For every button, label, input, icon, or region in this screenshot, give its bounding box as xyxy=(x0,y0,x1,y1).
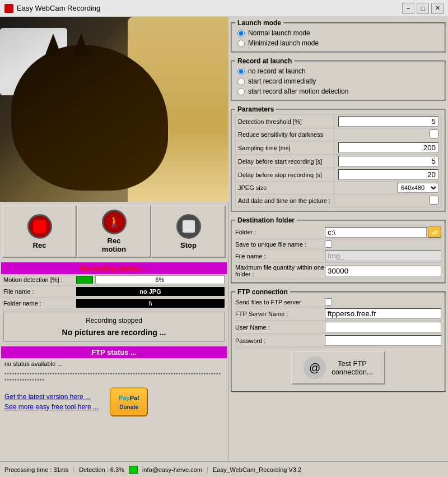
cat-ear-left xyxy=(45,34,62,56)
webcam-preview xyxy=(0,17,228,202)
datetime-checkbox[interactable] xyxy=(430,196,438,205)
minimized-launch-row: Minimized launch mode xyxy=(235,38,441,48)
normal-launch-radio[interactable] xyxy=(237,30,245,37)
file-name-input-row: File name : xyxy=(235,249,441,263)
max-files-label: Maximum file quantity within one folder … xyxy=(235,264,325,277)
minimize-button[interactable]: − xyxy=(402,3,414,14)
ftp-connection-title: FTP connection xyxy=(235,288,290,296)
file-name-value: no JPG xyxy=(76,287,225,296)
person-icon: 🚶 xyxy=(108,216,120,228)
status-bar: Processing time : 31ms | Detection : 6.3… xyxy=(0,461,448,477)
test-ftp-button[interactable]: @ Test FTPconnection... xyxy=(291,351,385,385)
test-ftp-label: Test FTPconnection... xyxy=(332,359,373,376)
folder-name-row: Folder name : \\ xyxy=(1,298,227,309)
green-status-indicator xyxy=(129,466,138,474)
delay-start-input[interactable] xyxy=(338,156,438,166)
folder-path-row: Folder : 📁 xyxy=(235,225,441,239)
recording-status-header: Recording status ... xyxy=(1,262,227,274)
delay-stop-input[interactable] xyxy=(338,169,438,180)
param-row-delay-start: Delay before start recording [s] xyxy=(236,155,441,168)
launch-mode-title: Launch mode xyxy=(235,19,283,27)
start-record-label: start record immediatly xyxy=(248,77,316,85)
folder-browse-button[interactable]: 📁 xyxy=(428,226,441,238)
ftp-username-input[interactable] xyxy=(325,322,441,332)
normal-launch-label: Normal launch mode xyxy=(248,29,310,37)
app-title: Easy WebCam Recording xyxy=(17,4,402,12)
motion-detection-row: Motion detection [%] : 6% xyxy=(1,274,227,286)
webcam-image xyxy=(0,17,228,202)
threshold-input[interactable] xyxy=(338,116,438,127)
param-label-datetime: Add date and time on the picture : xyxy=(236,194,334,207)
title-bar: Easy WebCam Recording − □ ✕ xyxy=(0,0,448,17)
rec-label: Rec xyxy=(33,241,46,249)
start-record-motion-label: start record after motion detection xyxy=(248,87,348,95)
motion-icon: 🚶 xyxy=(102,210,127,234)
sampling-input[interactable] xyxy=(338,142,438,153)
paypal-donate-button[interactable]: PayPal Donate xyxy=(110,387,148,416)
start-record-radio[interactable] xyxy=(237,78,245,85)
left-panel: Rec 🚶 Recmotion Stop Recording status ..… xyxy=(0,17,228,461)
close-button[interactable]: ✕ xyxy=(431,3,444,14)
param-label-darkness: Reduce sensitivity for darkness xyxy=(236,128,334,141)
start-record-motion-row: start record after motion detection xyxy=(235,86,441,96)
start-record-motion-radio[interactable] xyxy=(237,88,245,95)
max-files-row: Maximum file quantity within one folder … xyxy=(235,263,441,279)
minimized-launch-radio[interactable] xyxy=(237,40,245,47)
parameters-table: Detection threshold [%] Reduce sensitivi… xyxy=(235,114,441,207)
rec-inner-shape xyxy=(34,220,46,233)
no-record-row: no record at launch xyxy=(235,66,441,76)
ftp-password-input[interactable] xyxy=(325,335,441,346)
folder-name-label: Folder name : xyxy=(3,300,76,307)
motion-detection-label: Motion detection [%] : xyxy=(3,276,76,283)
version-info: Easy_WebCam_Recording V3.2 xyxy=(213,466,301,473)
param-row-darkness: Reduce sensitivity for darkness xyxy=(236,128,441,141)
minimized-launch-label: Minimized launch mode xyxy=(248,39,319,47)
folder-input[interactable] xyxy=(325,227,427,238)
ftp-server-input[interactable] xyxy=(325,308,441,319)
max-files-input[interactable] xyxy=(325,266,441,276)
param-label-sampling: Sampling time [ms] xyxy=(236,141,334,155)
launch-mode-group: Launch mode Normal launch mode Minimized… xyxy=(231,19,446,53)
stop-button[interactable]: Stop xyxy=(151,205,226,258)
rec-button[interactable]: Rec xyxy=(2,205,77,258)
ftp-password-row: Password : xyxy=(235,334,441,348)
param-row-delay-stop: Delay before stop recording [s] xyxy=(236,168,441,182)
ftp-password-label: Password : xyxy=(235,337,325,344)
app-icon xyxy=(4,4,13,13)
folder-icon: 📁 xyxy=(431,229,438,236)
cat-ear-right xyxy=(73,34,90,56)
window-controls: − □ ✕ xyxy=(402,3,444,14)
links-column: Get the latest version here ... See more… xyxy=(4,393,99,411)
send-ftp-checkbox[interactable] xyxy=(325,298,332,305)
recording-status-section: Recording status ... Motion detection [%… xyxy=(0,261,228,345)
more-tools-link[interactable]: See more easy free tool here ... xyxy=(4,403,99,411)
file-name-input[interactable] xyxy=(325,251,441,261)
latest-version-link[interactable]: Get the latest version here ... xyxy=(4,393,99,401)
folder-label: Folder : xyxy=(235,229,325,235)
ftp-status-header: FTP status ... xyxy=(1,346,227,358)
param-label-jpeg: JPEG size xyxy=(236,182,334,194)
rec-motion-button[interactable]: 🚶 Recmotion xyxy=(77,205,151,258)
record-at-launch-group: Record at launch no record at launch sta… xyxy=(231,57,446,101)
no-record-radio[interactable] xyxy=(237,68,245,75)
unique-file-checkbox[interactable] xyxy=(325,240,332,248)
detection-value: Detection : 6.3% xyxy=(79,466,124,473)
param-value-delay-start xyxy=(334,155,441,168)
send-ftp-row: Send files to FTP server xyxy=(235,297,441,307)
maximize-button[interactable]: □ xyxy=(417,3,429,14)
right-panel: Launch mode Normal launch mode Minimized… xyxy=(228,17,448,461)
no-record-label: no record at launch xyxy=(248,67,306,75)
param-row-threshold: Detection threshold [%] xyxy=(236,115,441,128)
param-row-sampling: Sampling time [ms] xyxy=(236,141,441,155)
param-value-darkness xyxy=(334,128,441,141)
stop-inner-shape xyxy=(183,220,195,233)
stop-label: Stop xyxy=(180,241,197,249)
normal-launch-row: Normal launch mode xyxy=(235,28,441,38)
ftp-username-label: User Name : xyxy=(235,324,325,331)
darkness-checkbox[interactable] xyxy=(430,129,438,138)
rec-motion-label: Recmotion xyxy=(102,237,126,253)
param-label-threshold: Detection threshold [%] xyxy=(236,115,334,128)
jpeg-size-select[interactable]: 640x480 320x240 1280x720 xyxy=(398,183,438,193)
controls-row: Rec 🚶 Recmotion Stop xyxy=(0,202,228,261)
ftp-status-section: FTP status ... no status available ... •… xyxy=(0,345,228,385)
